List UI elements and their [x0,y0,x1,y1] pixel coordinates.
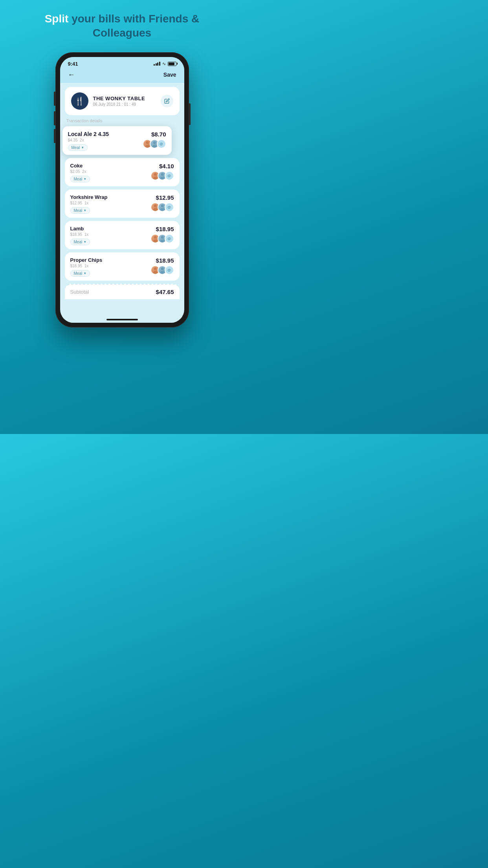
phone-shell: 9:41 ∿ ← Save [55,52,189,327]
header-section: Split your bills with Friends & Colleagu… [29,12,215,40]
svg-point-12 [154,236,156,239]
item-meta: $18.95 1x [70,232,150,237]
item-right: $8.70 [143,131,166,149]
chevron-down-icon: ▼ [83,177,86,181]
meal-tag-3[interactable]: Meal ▼ [70,239,90,245]
svg-point-13 [153,239,157,242]
item-popup-local-ale: Local Ale 2 4.35 $4.35 2x Meal ▼ $8.70 [62,126,172,155]
status-icons: ∿ [154,61,176,66]
item-price: $4.10 [159,163,174,169]
scroll-area: 🍴 THE WONKY TABLE 06 July 2018 21 : 01 :… [60,83,184,316]
avatars: @ [143,139,166,149]
meal-tag-2[interactable]: Meal ▼ [70,207,90,214]
item-card-lamb: Lamb $18.95 1x Meal ▼ $18.95 [65,221,180,249]
svg-point-18 [161,267,163,270]
chevron-down-icon: ▼ [83,209,86,212]
item-name: Proper Chips [70,257,150,263]
item-right: $12.95 [150,194,174,212]
restaurant-date: 06 July 2018 21 : 01 : 49 [93,102,156,107]
avatars: @ [150,234,174,243]
item-right: $4.10 [150,163,174,180]
avatar-email: @ [165,202,174,212]
item-meta: $18.95 1x [70,264,150,268]
svg-point-3 [152,145,156,147]
subtotal-bar: Subtotal $47.65 [65,284,180,299]
chevron-down-icon: ▼ [81,146,84,149]
item-name: Yorkshire Wrap [70,194,150,200]
subtotal-label: Subtotal [70,289,89,295]
svg-point-14 [161,236,163,239]
svg-point-11 [160,208,164,211]
item-left: Coke $2.05 2x Meal ▼ [70,163,150,182]
header-rest-text: your bills with Friends & [68,13,199,25]
home-indicator [60,316,184,323]
item-price: $8.70 [151,131,166,138]
avatar-email: @ [165,171,174,180]
avatar-email: @ [157,139,166,149]
avatars: @ [150,171,174,180]
svg-point-19 [160,271,164,274]
home-bar [106,319,138,320]
transaction-label: Transaction details [65,118,180,123]
restaurant-logo-icon: 🍴 [75,96,84,106]
avatars: @ [150,202,174,212]
avatar-email: @ [165,234,174,243]
phone-screen: 9:41 ∿ ← Save [60,57,184,323]
item-left: Yorkshire Wrap $12.95 1x Meal ▼ [70,194,150,214]
item-left: Local Ale 2 4.35 $4.35 2x Meal ▼ [68,131,143,151]
item-name: Local Ale 2 4.35 [68,131,143,137]
edit-button[interactable] [161,95,173,107]
item-name: Lamb [70,226,150,232]
svg-point-7 [160,177,164,179]
svg-point-15 [160,239,164,242]
item-meta: $12.95 1x [70,201,150,205]
restaurant-logo: 🍴 [71,92,88,110]
item-right: $18.95 [150,226,174,243]
avatar-email: @ [165,265,174,275]
status-bar: 9:41 ∿ [60,57,184,68]
item-left: Proper Chips $18.95 1x Meal ▼ [70,257,150,277]
meal-tag-0[interactable]: Meal ▼ [68,144,88,151]
wifi-icon: ∿ [162,61,166,66]
item-meta: $2.05 2x [70,169,150,174]
svg-point-1 [145,145,149,147]
chevron-down-icon: ▼ [83,272,86,275]
svg-point-6 [161,173,163,176]
item-right: $18.95 [150,257,174,275]
svg-point-16 [154,267,156,270]
meal-tag-4[interactable]: Meal ▼ [70,270,90,277]
item-price: $18.95 [156,257,174,264]
restaurant-card: 🍴 THE WONKY TABLE 06 July 2018 21 : 01 :… [65,87,180,115]
status-time: 9:41 [68,61,78,67]
item-price: $12.95 [156,194,174,201]
avatars: @ [150,265,174,275]
nav-bar: ← Save [60,68,184,83]
header-line2: Colleagues [93,27,151,39]
chevron-down-icon: ▼ [83,240,86,244]
item-price: $18.95 [156,226,174,232]
meal-tag-1[interactable]: Meal ▼ [70,176,90,182]
svg-point-8 [154,204,156,207]
restaurant-info: THE WONKY TABLE 06 July 2018 21 : 01 : 4… [93,96,156,107]
svg-point-9 [153,208,157,211]
battery-icon [168,62,176,66]
item-card-proper-chips: Proper Chips $18.95 1x Meal ▼ $18.95 [65,252,180,281]
svg-point-4 [154,173,156,176]
svg-point-0 [146,141,149,144]
item-card-yorkshire-wrap: Yorkshire Wrap $12.95 1x Meal ▼ $12.95 [65,189,180,218]
subtotal-amount: $47.65 [156,289,174,295]
save-button[interactable]: Save [163,72,176,78]
item-name: Coke [70,163,150,169]
phone-mockup: 9:41 ∿ ← Save [55,52,189,327]
item-left: Lamb $18.95 1x Meal ▼ [70,226,150,245]
back-button[interactable]: ← [68,71,75,79]
item-card-coke: Coke $2.05 2x Meal ▼ $4.10 [65,158,180,186]
header-split-word: Split [45,13,69,25]
restaurant-name: THE WONKY TABLE [93,96,156,101]
svg-point-5 [153,177,157,179]
svg-point-2 [153,141,156,144]
svg-point-17 [153,271,157,274]
item-meta: $4.35 2x [68,138,143,142]
signal-icon [154,62,160,66]
svg-point-10 [161,204,163,207]
